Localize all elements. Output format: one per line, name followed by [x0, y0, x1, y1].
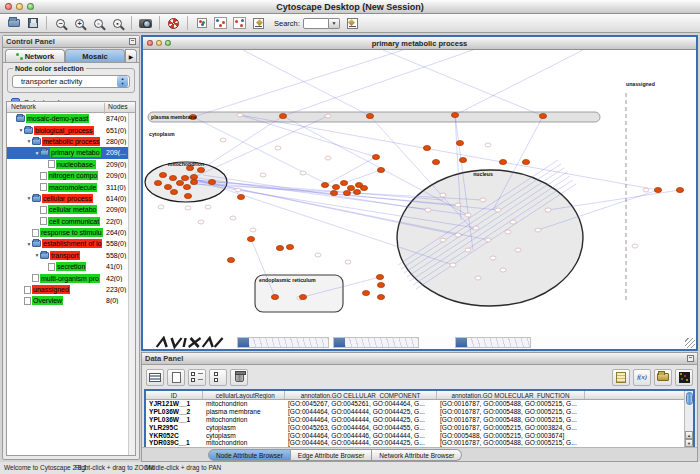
tree-row[interactable]: response to stimulu264(0) — [7, 227, 135, 238]
graph-node-selected[interactable] — [164, 184, 171, 189]
table-row[interactable]: YLR295Ccytoplasm[GO:0045263, GO:0044464,… — [146, 424, 684, 432]
zoom-selected-icon[interactable]: ▪ — [109, 15, 126, 31]
graph-node-selected[interactable] — [372, 154, 379, 159]
delete-attribute-icon[interactable] — [230, 369, 248, 386]
tree-row[interactable]: macromolecule311(0) — [7, 181, 135, 192]
tree-scrollbar[interactable] — [128, 113, 135, 455]
column-header[interactable]: _cellularLayoutRegion — [203, 391, 285, 399]
snapshot-camera-icon[interactable] — [137, 15, 154, 31]
graph-node-selected[interactable] — [169, 175, 176, 180]
column-header[interactable]: ID — [146, 391, 203, 399]
minimized-window-thumbnail[interactable] — [333, 337, 419, 348]
graph-node-selected[interactable] — [347, 185, 354, 190]
graph-node-selected[interactable] — [522, 159, 529, 164]
graph-node-selected[interactable] — [432, 159, 439, 164]
zoom-out-icon[interactable]: − — [52, 15, 69, 31]
apply-layout-icon[interactable] — [212, 15, 229, 31]
graph-node-unselected[interactable] — [632, 244, 638, 248]
graph-node-unselected[interactable] — [230, 216, 236, 220]
graph-node-unselected[interactable] — [495, 208, 501, 212]
import-table-icon[interactable] — [146, 369, 164, 386]
tab-network[interactable]: Network — [5, 49, 65, 62]
zoom-in-icon[interactable]: + — [71, 15, 88, 31]
graph-node-selected[interactable] — [227, 257, 234, 262]
table-scrollbar[interactable]: ▲ ▼ — [684, 391, 693, 447]
graph-node-unselected[interactable] — [455, 203, 461, 207]
graph-node-unselected[interactable] — [535, 228, 541, 232]
graph-node-unselected[interactable] — [198, 220, 204, 224]
graph-node-selected[interactable] — [459, 157, 466, 162]
graph-node-unselected[interactable] — [455, 233, 461, 237]
graph-node-selected[interactable] — [377, 167, 384, 172]
network-graph[interactable]: plasma membranecytoplasmmitochondrionnuc… — [143, 50, 696, 336]
graph-node-selected[interactable] — [539, 113, 546, 118]
graph-node-selected[interactable] — [654, 187, 661, 192]
table-row[interactable]: YPL036W__1mitochondrion[GO:0044464, GO:0… — [146, 416, 684, 424]
tree-row[interactable]: unassigned223(0) — [7, 284, 135, 295]
graph-node-selected[interactable] — [184, 193, 191, 198]
graph-node-selected[interactable] — [340, 180, 347, 185]
tree-row[interactable]: ▼primary metabo209(... — [7, 147, 135, 158]
graph-node-selected[interactable] — [376, 274, 383, 279]
graph-node-unselected[interactable] — [480, 198, 486, 202]
graph-node-unselected[interactable] — [485, 143, 491, 147]
graph-node-selected[interactable] — [154, 180, 161, 185]
network-window-titlebar[interactable]: primary metabolic process — [143, 37, 696, 50]
float-panel-icon[interactable] — [129, 38, 136, 45]
more-tabs-arrow-icon[interactable]: ▶ — [125, 49, 137, 62]
graph-node-unselected[interactable] — [515, 248, 521, 252]
graph-node-unselected[interactable] — [440, 193, 446, 197]
graph-node-unselected[interactable] — [250, 228, 256, 232]
float-panel-icon[interactable] — [687, 355, 694, 362]
graph-node-unselected[interactable] — [315, 253, 321, 257]
tab-network-attribute-browser[interactable]: Network Attribute Browser — [372, 449, 462, 461]
graph-node-unselected[interactable] — [440, 238, 446, 242]
tree-row[interactable]: multi-organism pro42(0) — [7, 272, 135, 283]
search-dropdown-arrow[interactable]: ▼ — [329, 18, 340, 29]
tree-row[interactable]: Overview8(0) — [7, 295, 135, 306]
graph-node-unselected[interactable] — [345, 260, 351, 264]
graph-node-selected[interactable] — [377, 282, 384, 287]
graph-node-unselected[interactable] — [220, 138, 226, 142]
graph-node-unselected[interactable] — [205, 205, 211, 209]
graph-node-selected[interactable] — [286, 244, 293, 249]
graph-node-unselected[interactable] — [300, 171, 306, 175]
scrollbar-thumb[interactable] — [686, 392, 693, 405]
graph-node-unselected[interactable] — [465, 248, 471, 252]
scroll-down-arrow[interactable]: ▼ — [685, 439, 693, 447]
tree-row[interactable]: ▼transport558(0) — [7, 250, 135, 261]
window-resize-grip[interactable] — [685, 338, 695, 348]
graph-node-selected[interactable] — [321, 182, 328, 187]
table-row[interactable]: YPL036W__2plasma membrane[GO:0044464, GO… — [146, 408, 684, 416]
graph-node-selected[interactable] — [247, 236, 254, 241]
graph-node-selected[interactable] — [343, 190, 350, 195]
tree-row[interactable]: ▼biological_process651(0) — [7, 124, 135, 135]
minimized-window-thumbnail[interactable] — [455, 337, 531, 348]
tree-row[interactable]: cellular metabo209(0) — [7, 204, 135, 215]
tab-edge-attribute-browser[interactable]: Edge Attribute Browser — [291, 449, 372, 461]
graph-node-unselected[interactable] — [510, 220, 516, 224]
graph-node-selected[interactable] — [362, 290, 369, 295]
graph-node-selected[interactable] — [170, 189, 177, 194]
graph-node-unselected[interactable] — [465, 213, 471, 217]
tab-node-attribute-browser[interactable]: Node Attribute Browser — [208, 449, 291, 461]
table-header-row[interactable]: ID_cellularLayoutRegionannotation.GO CEL… — [146, 391, 684, 400]
graph-node-unselected[interactable] — [450, 263, 456, 267]
graph-node-selected[interactable] — [190, 174, 197, 179]
graph-node-selected[interactable] — [456, 140, 463, 145]
scroll-up-arrow[interactable]: ▲ — [685, 431, 693, 439]
network-overview-icon[interactable] — [193, 15, 210, 31]
graph-node-selected[interactable] — [451, 112, 458, 117]
table-row[interactable]: YJR121W__1mitochondrion[GO:0045267, GO:0… — [146, 400, 684, 408]
annotation-note-icon[interactable] — [612, 369, 630, 386]
unselect-attributes-icon[interactable] — [209, 369, 227, 386]
save-icon[interactable] — [24, 15, 41, 31]
graph-node-selected[interactable] — [423, 145, 430, 150]
graph-node-unselected[interactable] — [500, 268, 506, 272]
graph-node-unselected[interactable] — [473, 226, 479, 230]
graph-node-selected[interactable] — [332, 184, 339, 189]
graph-node-selected[interactable] — [197, 167, 204, 172]
tree-row[interactable]: nitrogen compo209(0) — [7, 170, 135, 181]
open-folder-icon[interactable] — [5, 15, 22, 31]
graph-node-unselected[interactable] — [325, 114, 331, 118]
